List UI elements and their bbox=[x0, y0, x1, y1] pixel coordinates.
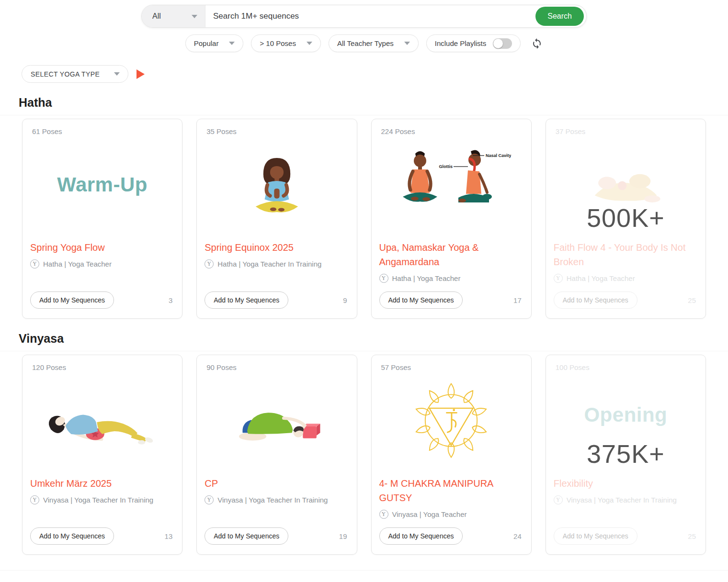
section-title: Hatha bbox=[19, 96, 728, 110]
supported-fish-illustration bbox=[43, 395, 162, 446]
yoga-teacher-badge-icon: Y bbox=[554, 495, 563, 504]
chevron-down-icon bbox=[404, 42, 410, 45]
yoga-teacher-badge-icon: Y bbox=[379, 510, 388, 519]
sequence-thumbnail bbox=[30, 371, 174, 470]
sequence-card[interactable]: 90 Poses CP Y Vinyasa | Yoga Teacher In bbox=[196, 355, 357, 555]
thumbnail-word: Warm-Up bbox=[57, 173, 148, 196]
select-yoga-type-label: SELECT YOGA TYPE bbox=[31, 70, 100, 78]
sequence-thumbnail bbox=[379, 371, 523, 470]
nasal-cavity-label: Nasal Cavity bbox=[486, 153, 511, 158]
sequence-thumbnail: Warm-Up bbox=[30, 135, 174, 234]
filter-poses-dropdown[interactable]: > 10 Poses bbox=[251, 34, 320, 52]
sequence-thumbnail: Glottis Nasal Cavity bbox=[379, 135, 523, 234]
sequence-title[interactable]: Spring Equinox 2025 bbox=[205, 240, 349, 255]
toggle-knob bbox=[493, 39, 503, 48]
include-playlists-pill: Include Playlists bbox=[426, 34, 521, 52]
sequence-meta-row: Y Hatha | Yoga Teacher In Training bbox=[205, 259, 349, 269]
sequence-meta: Vinyasa | Yoga Teacher bbox=[392, 510, 467, 518]
pose-count-label: 224 Poses bbox=[381, 127, 523, 135]
sequence-card[interactable]: 37 Poses Faith Flow 4 - Your Body Is Not… bbox=[546, 119, 706, 319]
thumbnail-word: Opening bbox=[584, 403, 667, 426]
yoga-teacher-badge-icon: Y bbox=[205, 259, 214, 269]
bottom-divider bbox=[0, 570, 728, 571]
sequence-card[interactable]: 100 Poses Opening Flexibility Y Vinyasa … bbox=[546, 355, 706, 555]
sequence-count: 25 bbox=[688, 296, 696, 304]
add-to-my-sequences-button[interactable]: Add to My Sequences bbox=[554, 527, 637, 545]
sequence-card[interactable]: 120 Poses Umkehr März 2025 bbox=[22, 355, 182, 555]
refresh-icon bbox=[531, 38, 543, 49]
sequence-meta: Vinyasa | Yoga Teacher In Training bbox=[217, 496, 328, 504]
pose-count-label: 57 Poses bbox=[381, 363, 523, 371]
filter-teacher-types-dropdown[interactable]: All Teacher Types bbox=[329, 34, 419, 52]
sequence-thumbnail: Opening bbox=[554, 371, 698, 470]
search-input[interactable] bbox=[205, 5, 535, 27]
yoga-type-row: SELECT YOGA TYPE bbox=[22, 65, 728, 83]
chevron-down-icon bbox=[307, 42, 312, 45]
sequence-title[interactable]: CP bbox=[205, 476, 349, 491]
include-playlists-label: Include Playlists bbox=[435, 39, 487, 47]
sequence-meta: Hatha | Yoga Teacher bbox=[43, 260, 112, 268]
search-button[interactable]: Search bbox=[535, 7, 584, 26]
sequence-count: 19 bbox=[339, 532, 347, 540]
section-header-hatha: Hatha bbox=[0, 96, 728, 115]
sequence-title[interactable]: Spring Yoga Flow bbox=[30, 240, 174, 255]
pose-count-label: 61 Poses bbox=[32, 127, 174, 135]
sequence-meta-row: Y Vinyasa | Yoga Teacher In Training bbox=[30, 495, 174, 504]
yoga-teacher-badge-icon: Y bbox=[205, 495, 214, 504]
yoga-teacher-badge-icon: Y bbox=[30, 495, 39, 504]
reclining-pose-illustration bbox=[581, 158, 670, 212]
add-to-my-sequences-button[interactable]: Add to My Sequences bbox=[379, 527, 463, 545]
sequence-title[interactable]: Faith Flow 4 - Your Body Is Not Broken bbox=[554, 240, 698, 269]
search-bar: All Search bbox=[141, 5, 587, 28]
add-to-my-sequences-button[interactable]: Add to My Sequences bbox=[554, 291, 637, 309]
sequence-grid-hatha: 61 Poses Warm-Up Spring Yoga Flow Y Hath… bbox=[0, 115, 728, 319]
add-to-my-sequences-button[interactable]: Add to My Sequences bbox=[205, 527, 288, 545]
include-playlists-toggle[interactable] bbox=[493, 38, 512, 49]
add-to-my-sequences-button[interactable]: Add to My Sequences bbox=[379, 291, 463, 309]
breathing-anatomy-illustration: Glottis Nasal Cavity bbox=[391, 145, 511, 224]
sequence-title[interactable]: Umkehr März 2025 bbox=[30, 476, 174, 491]
select-yoga-type-dropdown[interactable]: SELECT YOGA TYPE bbox=[22, 65, 128, 83]
sequence-meta-row: Y Vinyasa | Yoga Teacher In Training bbox=[554, 495, 698, 504]
sequence-count: 25 bbox=[688, 532, 696, 540]
sequence-card[interactable]: 224 Poses bbox=[371, 119, 532, 319]
search-category-select[interactable]: All bbox=[142, 5, 205, 27]
sequence-meta: Vinyasa | Yoga Teacher In Training bbox=[43, 496, 153, 504]
sequence-card[interactable]: 61 Poses Warm-Up Spring Yoga Flow Y Hath… bbox=[22, 119, 182, 319]
add-to-my-sequences-button[interactable]: Add to My Sequences bbox=[205, 291, 288, 309]
sequence-thumbnail bbox=[205, 135, 349, 234]
yoga-teacher-badge-icon: Y bbox=[379, 274, 388, 283]
play-icon[interactable] bbox=[136, 69, 145, 79]
sequence-card[interactable]: 35 Poses Spring Equ bbox=[196, 119, 357, 319]
section-header-vinyasa: Vinyasa bbox=[0, 332, 728, 351]
sequence-grid-vinyasa: 120 Poses Umkehr März 2025 bbox=[0, 351, 728, 555]
sequence-meta-row: Y Hatha | Yoga Teacher bbox=[30, 259, 174, 269]
sequence-meta: Hatha | Yoga Teacher bbox=[567, 274, 635, 282]
add-to-my-sequences-button[interactable]: Add to My Sequences bbox=[30, 527, 114, 545]
sequence-title[interactable]: Flexibility bbox=[554, 476, 698, 491]
sequence-meta-row: Y Hatha | Yoga Teacher bbox=[379, 274, 523, 283]
chevron-down-icon bbox=[229, 42, 235, 45]
chevron-down-icon bbox=[114, 72, 120, 76]
sequence-card[interactable]: 57 Poses bbox=[371, 355, 532, 555]
filter-sort-dropdown[interactable]: Popular bbox=[185, 34, 244, 52]
filter-sort-label: Popular bbox=[194, 39, 219, 47]
pose-count-label: 37 Poses bbox=[556, 127, 698, 135]
sequence-meta-row: Y Hatha | Yoga Teacher bbox=[554, 274, 698, 283]
meditating-woman-illustration bbox=[239, 150, 315, 219]
sequence-count: 3 bbox=[169, 296, 172, 304]
sequence-meta: Hatha | Yoga Teacher bbox=[392, 274, 461, 282]
sequence-title[interactable]: Upa, Namaskar Yoga & Angamardana bbox=[379, 240, 523, 269]
sequence-meta-row: Y Vinyasa | Yoga Teacher In Training bbox=[205, 495, 349, 504]
sequence-title[interactable]: 4- M CHAKRA MANIPURA GUTSY bbox=[379, 476, 523, 505]
pose-count-label: 100 Poses bbox=[556, 363, 698, 371]
add-to-my-sequences-button[interactable]: Add to My Sequences bbox=[30, 291, 114, 309]
sequence-thumbnail bbox=[554, 135, 698, 234]
sequence-count: 24 bbox=[513, 532, 522, 540]
filter-poses-label: > 10 Poses bbox=[260, 39, 296, 47]
filter-teacher-types-label: All Teacher Types bbox=[337, 39, 394, 47]
sequence-count: 17 bbox=[513, 296, 522, 304]
childs-pose-illustration bbox=[229, 394, 325, 447]
section-title: Vinyasa bbox=[19, 332, 728, 346]
refresh-button[interactable] bbox=[531, 38, 543, 49]
